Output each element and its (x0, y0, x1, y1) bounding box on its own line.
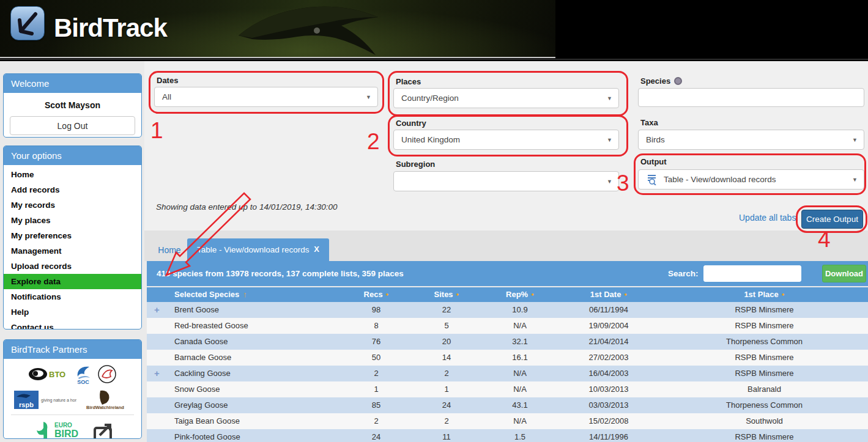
country-select[interactable]: United Kingdom ▼ (393, 130, 619, 150)
column-header-1st-place[interactable]: 1st Place● (661, 287, 868, 302)
first_date-cell: 16/04/2003 (557, 366, 661, 381)
sites-cell: 20 (410, 334, 483, 350)
first_place-cell: RSPB Minsmere (661, 318, 868, 334)
species-info-icon[interactable] (674, 77, 682, 85)
sites-cell: 1 (410, 381, 483, 397)
expand-plus-icon[interactable]: + (154, 366, 160, 381)
sidebar-item-home[interactable]: Home (4, 167, 141, 182)
expand-plus-icon[interactable]: + (154, 302, 160, 318)
download-button[interactable]: Download (822, 265, 866, 282)
column-header-rep[interactable]: Rep%● (483, 287, 557, 302)
recs-cell: 2 (343, 366, 410, 381)
partners-panel: BirdTrack Partners BTO SOC rspb giving n… (3, 339, 142, 439)
sites-cell: 5 (410, 318, 483, 334)
species-cell: +Brent Goose (147, 302, 343, 318)
subregion-label: Subregion (396, 160, 435, 169)
rep-cell: N/A (483, 381, 557, 397)
svg-text:BTO: BTO (49, 370, 65, 379)
rep-cell: 43.1 (483, 397, 557, 413)
search-input[interactable] (703, 265, 801, 282)
sidebar-item-my-records[interactable]: My records (4, 197, 141, 213)
column-header-sites[interactable]: Sites● (410, 287, 483, 302)
table-header-row: Selected Species↑ Recs● Sites● Rep%● 1st… (147, 287, 868, 302)
sidebar-item-contact-us[interactable]: Contact us (4, 320, 141, 330)
chevron-down-icon: ▼ (607, 179, 612, 185)
user-name: Scott Mayson (10, 100, 135, 110)
tab-home[interactable]: Home (152, 240, 187, 260)
svg-text:rspb: rspb (19, 401, 34, 408)
first_date-cell: 03/03/2013 (557, 397, 661, 413)
sites-cell: 22 (410, 302, 483, 318)
column-header-1st-date[interactable]: 1st Date● (557, 287, 661, 302)
table-output-icon (646, 174, 658, 185)
annotation-number-1: 1 (150, 118, 163, 144)
euro-bird-portal-logo[interactable]: EURO BIRD PORTAL (31, 419, 114, 439)
table-row: +Cackling Goose22N/A16/04/2003RSPB Minsm… (147, 366, 868, 381)
first_place-cell: RSPB Minsmere (661, 366, 868, 381)
first_place-cell: RSPB Minsmere (661, 302, 868, 318)
first_place-cell: Southwold (661, 413, 868, 429)
svg-text:EURO: EURO (54, 422, 72, 429)
sidebar-item-management[interactable]: Management (4, 243, 141, 259)
output-select[interactable]: Table - View/download records ▼ (638, 169, 864, 190)
taxa-label: Taxa (640, 118, 658, 127)
recs-cell: 2 (343, 413, 410, 429)
birdwatch-ireland-logo[interactable]: BirdWatchIreland (80, 389, 131, 410)
species-cell: Taiga Bean Goose (147, 413, 343, 429)
species-label: Species (640, 76, 682, 86)
sidebar-item-my-places[interactable]: My places (4, 213, 141, 228)
first_date-cell: 27/02/2003 (557, 350, 661, 366)
table-row: Canada Goose762032.121/04/2014Thorpeness… (147, 334, 868, 350)
tab-table-view-download[interactable]: Table - View/download records X (187, 238, 329, 261)
sort-dot-icon: ● (531, 292, 534, 297)
column-header-recs[interactable]: Recs● (343, 287, 410, 302)
sidebar-item-notifications[interactable]: Notifications (4, 289, 141, 304)
species-cell: Canada Goose (147, 334, 343, 350)
first_place-cell: RSPB Minsmere (661, 350, 868, 366)
bird-club-badge-logo[interactable] (97, 364, 117, 385)
subregion-select[interactable]: ▼ (393, 171, 619, 191)
sort-asc-icon: ↑ (243, 290, 247, 299)
chevron-down-icon: ▼ (852, 137, 858, 143)
annotation-number-2: 2 (367, 129, 380, 155)
welcome-panel-title: Welcome (4, 74, 141, 93)
app-header: BirdTrack (0, 0, 868, 61)
places-select[interactable]: Country/Region ▼ (393, 88, 619, 108)
partners-divider (11, 414, 134, 415)
sidebar-item-add-records[interactable]: Add records (4, 182, 141, 197)
recs-cell: 76 (343, 334, 410, 350)
svg-text:BIRD: BIRD (54, 429, 78, 439)
sites-cell: 14 (410, 350, 483, 366)
sidebar-item-my-preferences[interactable]: My preferences (4, 228, 141, 243)
chevron-down-icon: ▼ (852, 177, 858, 183)
sort-dot-icon: ● (386, 292, 389, 297)
close-tab-icon[interactable]: X (314, 245, 319, 254)
sidebar-item-help[interactable]: Help (4, 304, 141, 320)
species-cell: Greylag Goose (147, 397, 343, 413)
update-all-tabs-link[interactable]: Update all tabs (739, 213, 796, 223)
bto-logo[interactable]: BTO (28, 366, 70, 382)
taxa-select[interactable]: Birds ▼ (638, 130, 864, 150)
sidebar-item-upload-records[interactable]: Upload records (4, 259, 141, 274)
recs-cell: 24 (343, 429, 410, 442)
output-label: Output (640, 157, 667, 166)
chevron-down-icon: ▼ (607, 137, 612, 143)
sidebar-item-explore-data[interactable]: Explore data (4, 274, 141, 289)
first_date-cell: 10/03/2013 (557, 381, 661, 397)
first_place-cell: Thorpeness Common (661, 334, 868, 350)
species-input[interactable] (638, 88, 864, 107)
soc-logo[interactable]: SOC (73, 363, 94, 385)
log-out-button[interactable]: Log Out (10, 116, 135, 135)
birdtrack-logo-icon[interactable] (10, 6, 45, 40)
create-output-button[interactable]: Create Output (801, 210, 863, 229)
sort-dot-icon: ● (624, 292, 627, 297)
options-panel-title: Your options (4, 146, 141, 165)
annotation-number-4: 4 (818, 227, 831, 252)
dates-select[interactable]: All ▼ (154, 87, 378, 107)
partners-panel-title: BirdTrack Partners (4, 340, 141, 359)
rspb-logo[interactable]: rspb giving nature a home (14, 389, 76, 410)
annotation-number-3: 3 (617, 171, 629, 196)
rep-cell: N/A (483, 366, 557, 381)
column-header-selected-species[interactable]: Selected Species↑ (147, 287, 343, 302)
country-label: Country (396, 119, 426, 128)
